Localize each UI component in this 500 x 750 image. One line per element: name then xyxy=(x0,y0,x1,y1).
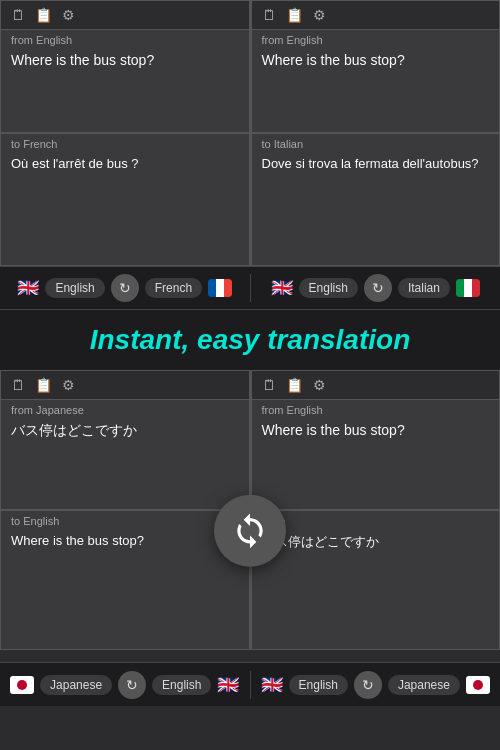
settings-icon-btl[interactable]: ⚙ xyxy=(62,377,75,393)
panel-bl-lang: to French xyxy=(1,134,249,152)
big-swap-button[interactable] xyxy=(214,495,286,567)
bottom-panel-tl: 🗒 📋 ⚙ from Japanese バス停はどこですか xyxy=(0,370,250,510)
bottom-panel-bl: to English Where is the bus stop? xyxy=(0,510,250,650)
bottom-panel-tr-toolbar: 🗒 📋 ⚙ xyxy=(252,371,500,400)
source-lang-left[interactable]: English xyxy=(45,278,104,298)
bottom-lang-bar-left: Japanese ↻ English 🇬🇧 xyxy=(0,671,250,699)
bottom-target-lang-left[interactable]: English xyxy=(152,675,211,695)
panel-tr-text: Where is the bus stop? xyxy=(252,48,500,132)
bottom-panel-br-text: バス停はどこですか xyxy=(252,529,500,649)
note-icon-btl: 📋 xyxy=(35,377,52,393)
bottom-lang-bar-right: 🇬🇧 English ↻ Japanese xyxy=(250,671,501,699)
panel-tl-text: Where is the bus stop? xyxy=(1,48,249,132)
bottom-panel-br: nese バス停はどこですか xyxy=(251,510,501,650)
bottom-lang-bar: Japanese ↻ English 🇬🇧 🇬🇧 English ↻ Japan… xyxy=(0,662,500,706)
swap-btn-left[interactable]: ↻ xyxy=(111,274,139,302)
panel-tr-toolbar: 🗒 📋 ⚙ xyxy=(252,1,500,30)
flag-uk-left: 🇬🇧 xyxy=(17,279,39,297)
tagline-section: Instant, easy translation xyxy=(0,310,500,370)
settings-icon-tl[interactable]: ⚙ xyxy=(62,7,75,23)
lang-bar-left: 🇬🇧 English ↻ French xyxy=(0,274,250,302)
target-lang-right[interactable]: Italian xyxy=(398,278,450,298)
panel-tl-toolbar: 🗒 📋 ⚙ xyxy=(1,1,249,30)
flag-uk-bottom-right: 🇬🇧 xyxy=(261,676,283,694)
panel-br-lang: to Italian xyxy=(252,134,500,152)
bottom-source-lang-right[interactable]: English xyxy=(289,675,348,695)
source-lang-right[interactable]: English xyxy=(299,278,358,298)
note-icon-btr: 📋 xyxy=(286,377,303,393)
swap-btn-right[interactable]: ↻ xyxy=(364,274,392,302)
bottom-panel-tr: 🗒 📋 ⚙ from English Where is the bus stop… xyxy=(251,370,501,510)
panel-tr-lang: from English xyxy=(252,30,500,48)
flag-fr xyxy=(208,279,232,297)
bottom-panel-tr-lang: from English xyxy=(252,400,500,418)
flag-it xyxy=(456,279,480,297)
doc-icon-tl: 🗒 xyxy=(11,7,25,23)
doc-icon-btr: 🗒 xyxy=(262,377,276,393)
settings-icon-btr[interactable]: ⚙ xyxy=(313,377,326,393)
top-lang-bar: 🇬🇧 English ↻ French 🇬🇧 English ↻ Italian xyxy=(0,266,500,310)
note-icon-tl: 📋 xyxy=(35,7,52,23)
panel-bottom-left: to French Où est l'arrêt de bus ? xyxy=(0,133,250,266)
lang-bar-right: 🇬🇧 English ↻ Italian xyxy=(250,274,501,302)
bottom-section: 🗒 📋 ⚙ from Japanese バス停はどこですか 🗒 📋 ⚙ from… xyxy=(0,370,500,706)
bottom-panel-br-lang: nese xyxy=(252,511,500,529)
bottom-top-panels-row: to French Où est l'arrêt de bus ? to Ita… xyxy=(0,133,500,266)
panel-top-right: 🗒 📋 ⚙ from English Where is the bus stop… xyxy=(251,0,501,133)
panel-tl-lang: from English xyxy=(1,30,249,48)
note-icon-tr: 📋 xyxy=(286,7,303,23)
doc-icon-btl: 🗒 xyxy=(11,377,25,393)
flag-jp-right xyxy=(466,676,490,694)
flag-uk-right: 🇬🇧 xyxy=(271,279,293,297)
bottom-top-row: 🗒 📋 ⚙ from Japanese バス停はどこですか 🗒 📋 ⚙ from… xyxy=(0,370,500,510)
bottom-panel-bl-lang: to English xyxy=(1,511,249,529)
panel-bottom-right: to Italian Dove si trova la fermata dell… xyxy=(251,133,501,266)
top-section: 🗒 📋 ⚙ from English Where is the bus stop… xyxy=(0,0,500,310)
target-lang-left[interactable]: French xyxy=(145,278,202,298)
bottom-panel-tr-text: Where is the bus stop? xyxy=(252,418,500,509)
flag-uk-bottom-left: 🇬🇧 xyxy=(217,676,239,694)
bottom-panel-tl-text: バス停はどこですか xyxy=(1,418,249,509)
top-panels-row: 🗒 📋 ⚙ from English Where is the bus stop… xyxy=(0,0,500,133)
bottom-panel-bl-text: Where is the bus stop? xyxy=(1,529,249,649)
bottom-panel-tl-lang: from Japanese xyxy=(1,400,249,418)
flag-jp-left xyxy=(10,676,34,694)
panel-bl-text: Où est l'arrêt de bus ? xyxy=(1,152,249,265)
bottom-swap-btn-left[interactable]: ↻ xyxy=(118,671,146,699)
bottom-source-lang-left[interactable]: Japanese xyxy=(40,675,112,695)
bottom-swap-btn-right[interactable]: ↻ xyxy=(354,671,382,699)
bottom-target-lang-right[interactable]: Japanese xyxy=(388,675,460,695)
panel-br-text: Dove si trova la fermata dell'autobus? xyxy=(252,152,500,265)
doc-icon-tr: 🗒 xyxy=(262,7,276,23)
bottom-panel-tl-toolbar: 🗒 📋 ⚙ xyxy=(1,371,249,400)
panel-top-left: 🗒 📋 ⚙ from English Where is the bus stop… xyxy=(0,0,250,133)
tagline-text: Instant, easy translation xyxy=(90,324,411,356)
settings-icon-tr[interactable]: ⚙ xyxy=(313,7,326,23)
